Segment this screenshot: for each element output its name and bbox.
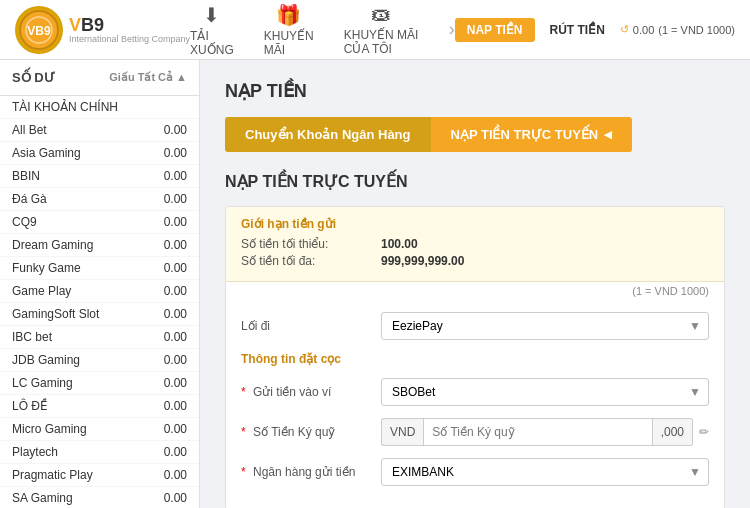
info-section-title: Giới hạn tiền gửi (241, 217, 709, 231)
sidebar-amount: 0.00 (164, 445, 187, 459)
sidebar-label: IBC bet (12, 330, 52, 344)
tab-nap-truc-tuyen-label: NẠP TIỀN TRỰC TUYẾN (451, 127, 599, 142)
loi-di-select-wrapper: EeziePay ▼ (381, 312, 709, 340)
balance-note: (1 = VND 1000) (658, 24, 735, 36)
sidebar-item-asia-gaming[interactable]: Asia Gaming 0.00 (0, 142, 199, 165)
sidebar-amount: 0.00 (164, 215, 187, 229)
sidebar-item-pragmatic[interactable]: Pragmatic Play 0.00 (0, 464, 199, 487)
logo-icon: VB9 (15, 6, 63, 54)
sidebar-label: Pragmatic Play (12, 468, 93, 482)
sidebar-amount: 0.00 (164, 307, 187, 321)
logo-area: VB9 VB9 International Betting Company (15, 6, 190, 54)
sidebar-item-micro-gaming[interactable]: Micro Gaming 0.00 (0, 418, 199, 441)
header-right: NAP TIỀN RÚT TIỀN ↺ 0.00 (1 = VND 1000) (455, 18, 735, 42)
sidebar-item-dream-gaming[interactable]: Dream Gaming 0.00 (0, 234, 199, 257)
sidebar-item-game-play[interactable]: Game Play 0.00 (0, 280, 199, 303)
nav-label-khuyen-mai-cua-toi: KHUYẾN MÃI CỦA TÔI (344, 28, 419, 56)
svg-text:VB9: VB9 (27, 24, 51, 38)
sidebar-item-sa-gaming[interactable]: SA Gaming 0.00 (0, 487, 199, 508)
gift-icon: 🎁 (276, 3, 301, 27)
tab-buttons: Chuyển Khoản Ngân Hàng NẠP TIỀN TRỰC TUY… (225, 117, 725, 152)
content-area: NẠP TIỀN Chuyển Khoản Ngân Hàng NẠP TIỀN… (200, 60, 750, 508)
sidebar-amount: 0.00 (164, 399, 187, 413)
sidebar-item-jdb-gaming[interactable]: JDB Gaming 0.00 (0, 349, 199, 372)
gui-tien-select-wrapper: SBOBet ▼ (381, 378, 709, 406)
sidebar-amount: 0.00 (164, 146, 187, 160)
sidebar-amount: 0.00 (164, 330, 187, 344)
header: VB9 VB9 International Betting Company ⬇ … (0, 0, 750, 60)
nav-item-download[interactable]: ⬇ TẢI XUỐNG (190, 3, 234, 57)
max-label: Số tiền tối đa: (241, 254, 381, 268)
sidebar-item-tai-khoan-chinh[interactable]: TÀI KHOẢN CHÍNH (0, 96, 199, 119)
sidebar-amount: 0.00 (164, 169, 187, 183)
form-row-gui-tien: * Gửi tiền vào ví SBOBet ▼ (241, 378, 709, 406)
tab-nap-truc-tuyen[interactable]: NẠP TIỀN TRỰC TUYẾN ◀ (431, 117, 633, 152)
sidebar-label: BBIN (12, 169, 40, 183)
sidebar: SỐ DƯ Giấu Tất Cả ▲ TÀI KHOẢN CHÍNH All … (0, 60, 200, 508)
sidebar-item-lo-de[interactable]: LÔ ĐỀ 0.00 (0, 395, 199, 418)
sidebar-label: TÀI KHOẢN CHÍNH (12, 100, 118, 114)
form-row-so-tien: * Số Tiền Ký quỹ VND ,000 ✏ (241, 418, 709, 446)
sidebar-header: SỐ DƯ Giấu Tất Cả ▲ (0, 60, 199, 96)
required-star-3: * (241, 465, 246, 479)
sidebar-amount: 0.00 (164, 192, 187, 206)
logo-title: VB9 (69, 15, 190, 36)
info-section: Giới hạn tiền gửi Số tiền tối thiểu: 100… (226, 207, 724, 282)
form-row-ngan-hang: * Ngân hàng gửi tiền EXIMBANK ▼ (241, 458, 709, 486)
sidebar-item-bbin[interactable]: BBIN 0.00 (0, 165, 199, 188)
main-layout: SỐ DƯ Giấu Tất Cả ▲ TÀI KHOẢN CHÍNH All … (0, 60, 750, 508)
loi-di-select[interactable]: EeziePay (381, 312, 709, 340)
sidebar-item-gamingsoft[interactable]: GamingSoft Slot 0.00 (0, 303, 199, 326)
gui-tien-label-text: Gửi tiền vào ví (253, 385, 331, 399)
sidebar-amount: 0.00 (164, 261, 187, 275)
sidebar-label: CQ9 (12, 215, 37, 229)
ngan-hang-select[interactable]: EXIMBANK (381, 458, 709, 486)
tab-chuyen-khoan[interactable]: Chuyển Khoản Ngân Hàng (225, 117, 431, 152)
logo-subtitle: International Betting Company (69, 34, 190, 44)
download-icon: ⬇ (203, 3, 220, 27)
sidebar-item-cq9[interactable]: CQ9 0.00 (0, 211, 199, 234)
required-star-2: * (241, 425, 246, 439)
sidebar-amount: 0.00 (164, 491, 187, 505)
nap-tien-button[interactable]: NAP TIỀN (455, 18, 535, 42)
sidebar-item-da-ga[interactable]: Đá Gà 0.00 (0, 188, 199, 211)
nav-item-khuyen-mai[interactable]: 🎁 KHUYẾN MÃI (264, 3, 314, 57)
sidebar-label: Funky Game (12, 261, 81, 275)
page-title: NẠP TIỀN (225, 80, 725, 102)
sidebar-amount: 0.00 (164, 422, 187, 436)
max-value: 999,999,999.00 (381, 254, 464, 268)
edit-icon[interactable]: ✏ (699, 425, 709, 439)
thong-tin-label: Thông tin đặt cọc (241, 352, 381, 366)
sidebar-amount: 0.00 (164, 284, 187, 298)
sidebar-label: LC Gaming (12, 376, 73, 390)
sidebar-toggle[interactable]: Giấu Tất Cả ▲ (109, 71, 187, 84)
sidebar-label: Dream Gaming (12, 238, 93, 252)
required-star: * (241, 385, 246, 399)
sidebar-item-lc-gaming[interactable]: LC Gaming 0.00 (0, 372, 199, 395)
nav-item-khuyen-mai-cua-toi[interactable]: 🎟 KHUYẾN MÃI CỦA TÔI (344, 3, 419, 56)
tab-arrow-icon: ◀ (604, 129, 612, 140)
amount-row: VND ,000 ✏ (381, 418, 709, 446)
sidebar-item-playtech[interactable]: Playtech 0.00 (0, 441, 199, 464)
sidebar-label: GamingSoft Slot (12, 307, 99, 321)
balance-info: ↺ 0.00 (1 = VND 1000) (620, 23, 735, 36)
header-nav: ⬇ TẢI XUỐNG 🎁 KHUYẾN MÃI 🎟 KHUYẾN MÃI CỦ… (190, 3, 455, 57)
so-tien-label-text: Số Tiền Ký quỹ (253, 425, 335, 439)
sidebar-amount: 0.00 (164, 353, 187, 367)
sidebar-amount: 0.00 (164, 468, 187, 482)
ngan-hang-select-wrapper: EXIMBANK ▼ (381, 458, 709, 486)
sidebar-title: SỐ DƯ (12, 70, 55, 85)
amount-input[interactable] (423, 418, 652, 446)
gui-tien-select[interactable]: SBOBet (381, 378, 709, 406)
nav-label-khuyen-mai: KHUYẾN MÃI (264, 29, 314, 57)
sidebar-item-allbet[interactable]: All Bet 0.00 (0, 119, 199, 142)
sidebar-label: Playtech (12, 445, 58, 459)
form-card: Giới hạn tiền gửi Số tiền tối thiểu: 100… (225, 206, 725, 508)
sidebar-item-ibc-bet[interactable]: IBC bet 0.00 (0, 326, 199, 349)
rut-tien-button[interactable]: RÚT TIỀN (550, 23, 605, 37)
refresh-icon[interactable]: ↺ (620, 23, 629, 36)
sidebar-item-funky-game[interactable]: Funky Game 0.00 (0, 257, 199, 280)
sidebar-amount: 0.00 (164, 238, 187, 252)
currency-prefix: VND (381, 418, 423, 446)
gui-tien-label: * Gửi tiền vào ví (241, 385, 381, 399)
